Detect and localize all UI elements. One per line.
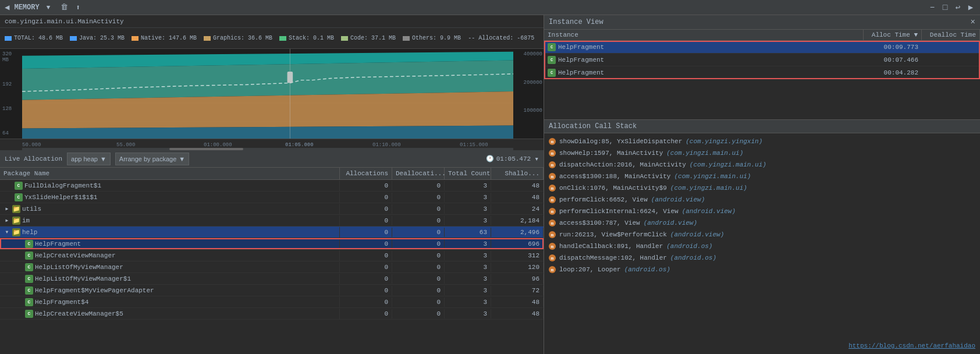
call-dot: m: [549, 150, 556, 157]
ith-alloc-time: Alloc Time ▼: [864, 30, 922, 40]
delete-icon[interactable]: 🗑: [59, 3, 69, 12]
call-stack-item[interactable]: m run:26213, View$PerformClick (android.…: [544, 229, 980, 240]
call-stack-item[interactable]: m showDialog:85, YxSlideDispatcher (com.…: [544, 136, 980, 147]
stats-bar: TOTAL: 48.6 MB Java: 25.3 MB Native: 147…: [0, 28, 544, 49]
expand-icon[interactable]: ▶: [3, 217, 10, 224]
td-dealloc: 0: [392, 298, 445, 307]
class-icon: C: [25, 252, 33, 260]
call-stack-item[interactable]: m access$3100:787, View (android.view): [544, 217, 980, 229]
td-alloc: 0: [340, 274, 392, 284]
call-dot: m: [549, 173, 556, 180]
table-row[interactable]: ▼ 📁 help 0 0 63 2,496: [0, 226, 544, 238]
class-icon: C: [25, 286, 33, 295]
restore-icon[interactable]: ↩: [953, 3, 963, 12]
td-dealloc: 0: [392, 228, 445, 237]
table-row[interactable]: ▶ 📁 utils 0 0 3 24: [0, 203, 544, 215]
table-row[interactable]: C HelpFragment$MyViewPagerAdapter 0 0 3 …: [0, 285, 544, 296]
td-shallow: 96: [491, 274, 544, 284]
stat-stack: Stack: 0.1 MB: [279, 35, 334, 41]
close-button[interactable]: ×: [971, 17, 975, 27]
expand-icon[interactable]: ▼: [3, 229, 10, 236]
y-axis-left: 320 MB 192 128 64: [0, 49, 22, 139]
back-icon[interactable]: ◀: [5, 2, 9, 12]
table-row[interactable]: ▶ 📁 im 0 0 3 2,184: [0, 215, 544, 226]
app-heap-dropdown[interactable]: app heap ▼: [67, 153, 111, 165]
call-stack-body: m showDialog:85, YxSlideDispatcher (com.…: [544, 133, 980, 354]
stat-java: Java: 25.3 MB: [70, 35, 125, 41]
td-total: 3: [445, 216, 491, 225]
td-shallow: 120: [491, 263, 544, 272]
instance-row[interactable]: C HelpFragment 00:09.773: [544, 41, 980, 54]
expand-icon[interactable]: ▶: [3, 206, 10, 213]
stat-total: TOTAL: 48.6 MB: [5, 35, 63, 41]
table-row[interactable]: C HelpCreateViewManager$5 0 0 3 48: [0, 308, 544, 320]
call-stack-item[interactable]: m handleCallback:891, Handler (android.o…: [544, 240, 980, 252]
td-alloc: 0: [340, 181, 392, 190]
th-allocations: Allocations: [340, 168, 392, 179]
stat-code: Code: 37.1 MB: [341, 35, 396, 41]
call-dot: m: [549, 266, 556, 273]
others-dot: [403, 36, 410, 41]
td-package: C YxSlideHelper$1$1$1: [0, 192, 340, 203]
td-package: C HelpFragment$4: [0, 297, 340, 307]
filter-icon[interactable]: ▾: [534, 154, 539, 164]
td-total: 3: [445, 193, 491, 202]
export-icon[interactable]: ⬆: [73, 3, 83, 12]
td-total: 3: [445, 263, 491, 272]
y-axis-right: 400000 200000 100000: [513, 49, 544, 139]
call-stack-item[interactable]: m onClick:1076, MainActivity$9 (com.ying…: [544, 182, 980, 194]
itd-instance: C HelpFragment: [544, 55, 864, 65]
td-alloc: 0: [340, 286, 392, 295]
java-dot: [70, 36, 77, 41]
td-dealloc: 0: [392, 263, 445, 272]
call-stack-item[interactable]: m performClickInternal:6624, View (andro…: [544, 206, 980, 217]
call-stack-title: Allocation Call Stack: [544, 120, 980, 133]
instance-row[interactable]: C HelpFragment 00:07.466: [544, 54, 980, 66]
td-alloc: 0: [340, 309, 392, 318]
th-shallow: Shallo...: [491, 168, 544, 179]
td-total: 3: [445, 309, 491, 318]
table-row[interactable]: C HelpCreateViewManager 0 0 3 312: [0, 250, 544, 261]
call-dot: m: [549, 231, 556, 238]
td-total: 3: [445, 239, 491, 249]
call-dot: m: [549, 185, 556, 192]
call-dot: m: [549, 243, 556, 250]
maximize-icon[interactable]: □: [940, 3, 950, 12]
call-stack-item[interactable]: m access$1300:188, MainActivity (com.yin…: [544, 171, 980, 182]
minimize-icon[interactable]: −: [928, 3, 937, 12]
td-total: 63: [445, 228, 491, 237]
td-total: 3: [445, 251, 491, 260]
arrange-by-dropdown[interactable]: Arrange by package ▼: [115, 153, 189, 165]
play-icon[interactable]: ▶: [966, 3, 975, 12]
table-row[interactable]: C HelpFragment 0 0 3 696: [0, 238, 544, 250]
table-row[interactable]: C FullDialogFragment$1 0 0 3 48: [0, 180, 544, 192]
td-package: C HelpFragment$MyViewPagerAdapter: [0, 285, 340, 296]
instance-row[interactable]: C HelpFragment 00:04.282: [544, 66, 980, 79]
x-scrollbar[interactable]: [22, 148, 513, 150]
td-alloc: 0: [340, 239, 392, 249]
class-icon-small: C: [548, 69, 556, 77]
td-dealloc: 0: [392, 286, 445, 295]
bottom-link[interactable]: https://blog.csdn.net/aerfahaidao: [848, 342, 975, 349]
call-stack-item[interactable]: m loop:207, Looper (android.os): [544, 264, 980, 275]
table-row[interactable]: C HelpListOfMyViewManager 0 0 3 120: [0, 261, 544, 273]
call-stack-item[interactable]: m showHelp:1597, MainActivity (com.yingz…: [544, 147, 980, 159]
table-row[interactable]: C HelpFragment$4 0 0 3 48: [0, 296, 544, 308]
td-shallow: 696: [491, 239, 544, 249]
code-dot: [341, 36, 348, 41]
td-alloc: 0: [340, 216, 392, 225]
table-row[interactable]: C YxSlideHelper$1$1$1 0 0 3 48: [0, 192, 544, 203]
left-panel: com.yingzi.main.ui.MainActivity TOTAL: 4…: [0, 15, 544, 354]
call-stack-item[interactable]: m performClick:6652, View (android.view): [544, 194, 980, 206]
call-stack-item[interactable]: m dispatchMessage:102, Handler (android.…: [544, 252, 980, 264]
call-dot: m: [549, 254, 556, 261]
call-stack-item[interactable]: m dispatchAction:2016, MainActivity (com…: [544, 159, 980, 171]
td-shallow: 48: [491, 309, 544, 318]
toolbar-row: Live Allocation app heap ▼ Arrange by pa…: [0, 150, 544, 168]
th-deallocations: Deallocati...: [392, 168, 445, 179]
itd-alloc: 00:09.773: [864, 43, 922, 52]
instance-view: Instance View × Instance Alloc Time ▼ De…: [544, 15, 980, 120]
table-row[interactable]: C HelpListOfMyViewManager$1 0 0 3 96: [0, 273, 544, 285]
stat-allocated: -- Allocated: -6875: [468, 35, 534, 41]
x-scrollbar-thumb[interactable]: [169, 148, 243, 150]
